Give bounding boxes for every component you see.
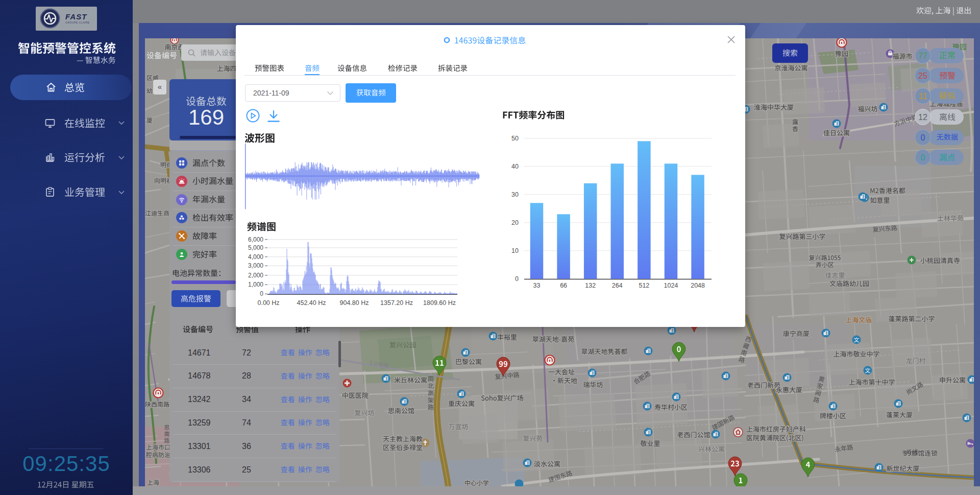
svg-text:20: 20: [511, 219, 519, 226]
svg-text:30: 30: [511, 191, 519, 198]
svg-text:66: 66: [560, 282, 567, 289]
svg-text:264: 264: [612, 282, 623, 289]
svg-text:0: 0: [515, 275, 519, 282]
svg-text:132: 132: [585, 282, 596, 289]
svg-text:1024: 1024: [664, 282, 678, 289]
svg-text:40: 40: [511, 163, 519, 170]
svg-text:512: 512: [639, 282, 649, 289]
svg-text:2048: 2048: [691, 282, 705, 289]
svg-text:33: 33: [533, 282, 541, 289]
svg-text:10: 10: [511, 247, 519, 254]
svg-text:50: 50: [511, 135, 519, 142]
